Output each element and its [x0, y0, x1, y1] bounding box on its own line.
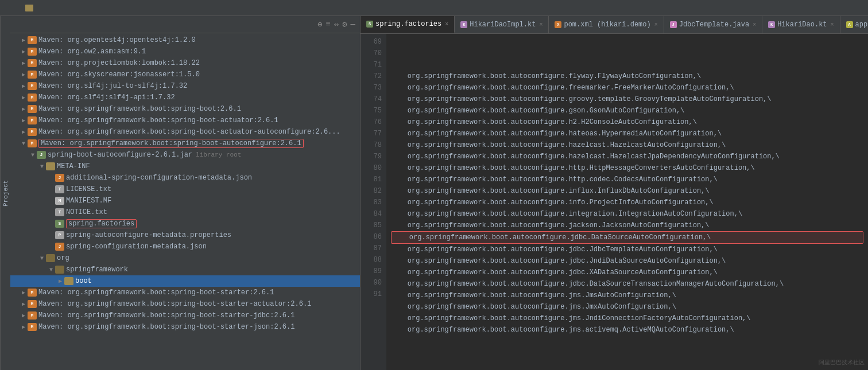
tree-arrow-maven-slf4j-to-slf4j[interactable]: ▶	[20, 83, 28, 89]
tree-item-maven-spring-boot-starter[interactable]: ▶MMaven: org.springframework.boot:spring…	[10, 287, 360, 298]
tree-arrow-maven-spring-boot-starter[interactable]: ▶	[20, 289, 28, 296]
tree-arrow-maven-ow2asm[interactable]: ▶	[20, 48, 28, 55]
tree-item-spring-factories[interactable]: Sspring.factories	[10, 218, 360, 229]
tree-label-spring-auto-meta: spring-autoconfigure-metadata.properties	[66, 231, 231, 239]
tree-item-maven-opentest4j[interactable]: ▶MMaven: org.opentest4j:opentest4j:1.2.0	[10, 34, 360, 46]
tree-item-notice[interactable]: TNOTICE.txt	[10, 207, 360, 218]
tree-arrow-maven-spring-boot-autoconfigure[interactable]: ▼	[20, 141, 28, 147]
code-content[interactable]: org.springframework.boot.autoconfigure.f…	[386, 34, 868, 370]
code-line-88: org.springframework.boot.autoconfigure.j…	[391, 290, 863, 301]
tab-close-pom-xml[interactable]: ×	[654, 22, 658, 28]
tree-icon-maven-spring-boot-starter-json: M	[28, 323, 37, 331]
tree-item-maven-ow2asm[interactable]: ▶MMaven: org.ow2.asm:asm:9.1	[10, 46, 360, 57]
tab-jdbc-template[interactable]: JJdbcTemplate.java×	[664, 16, 762, 33]
tree-item-maven-spring-boot-starter-jdbc[interactable]: ▶MMaven: org.springframework.boot:spring…	[10, 310, 360, 321]
code-line-73: org.springframework.boot.autoconfigure.h…	[391, 116, 863, 128]
tree-item-maven-slf4j-api[interactable]: ▶MMaven: org.slf4j:slf4j-api:1.7.32	[10, 92, 360, 103]
tree-item-spring-config-meta[interactable]: Jspring-configuration-metadata.json	[10, 241, 360, 252]
code-line-77: org.springframework.boot.autoconfigure.h…	[391, 162, 863, 174]
tree-icon-maven-opentest4j: M	[28, 36, 37, 44]
tree-arrow-maven-lombok[interactable]: ▶	[20, 60, 28, 67]
tree-arrow-maven-spring-boot-starter-actuator[interactable]: ▶	[20, 301, 28, 307]
tree-label-manifest: MANIFEST.MF	[66, 197, 111, 205]
editor-panel: Sspring.factories×KHikariDaoImpl.kt×Xpom…	[361, 16, 868, 370]
tab-application-prop[interactable]: Aapplication.pro...×	[840, 16, 868, 33]
tree-icon-maven-spring-boot-actuator-auto: M	[28, 128, 37, 136]
tree-label-spring-config-meta: spring-configuration-metadata.json	[66, 243, 207, 251]
line-number-85: 85	[361, 220, 382, 231]
tree-item-license[interactable]: TLICENSE.txt	[10, 184, 360, 195]
tree-icon-maven-spring-boot: M	[28, 105, 37, 113]
tab-label-jdbc-template: JdbcTemplate.java	[679, 21, 749, 29]
tree-arrow-springframework-folder[interactable]: ▼	[47, 267, 55, 273]
tree-item-maven-slf4j-to-slf4j[interactable]: ▶MMaven: org.slf4j:jul-to-slf4j:1.7.32	[10, 80, 360, 92]
tab-icon-spring-factories: S	[366, 21, 373, 28]
tab-hikari-dao-impl[interactable]: KHikariDaoImpl.kt×	[455, 16, 549, 33]
code-editor: 6970717273747576777879808182838485868788…	[361, 34, 868, 370]
tree-arrow-org-folder[interactable]: ▼	[38, 255, 46, 262]
svg-rect-4	[55, 267, 64, 272]
tree-arrow-jar-root[interactable]: ▼	[29, 152, 37, 158]
tab-close-hikari-dao-impl[interactable]: ×	[539, 22, 542, 28]
line-number-77: 77	[361, 128, 382, 139]
tree-label-jar-root: spring-boot-autoconfigure-2.6.1.jar	[48, 151, 192, 159]
code-line-86: org.springframework.boot.autoconfigure.j…	[391, 267, 863, 278]
expand-icon[interactable]: ⇔	[334, 20, 339, 29]
tab-label-application-prop: application.pro...	[855, 21, 868, 29]
tree-icon-spring-config-meta: J	[55, 243, 64, 251]
tab-bar: Sspring.factories×KHikariDaoImpl.kt×Xpom…	[361, 16, 868, 34]
tree-arrow-maven-spring-boot[interactable]: ▶	[20, 106, 28, 112]
tree-icon-spring-factories: S	[55, 220, 64, 228]
tree-label-spring-factories: spring.factories	[66, 219, 137, 228]
tree-item-springframework-folder[interactable]: ▼springframework	[10, 264, 360, 275]
tree-item-maven-spring-boot[interactable]: ▶MMaven: org.springframework.boot:spring…	[10, 103, 360, 115]
tree-arrow-maven-spring-boot-actuator-auto[interactable]: ▶	[20, 128, 28, 135]
tree-arrow-maven-spring-boot-starter-jdbc[interactable]: ▶	[20, 312, 28, 319]
tree-label-additional-config: additional-spring-configuration-metadata…	[66, 174, 252, 182]
tree-arrow-maven-opentest4j[interactable]: ▶	[20, 37, 28, 44]
tree-item-spring-auto-meta[interactable]: Pspring-autoconfigure-metadata.propertie…	[10, 229, 360, 241]
line-number-81: 81	[361, 174, 382, 185]
tab-icon-jdbc-template: J	[670, 21, 677, 28]
code-line-72: org.springframework.boot.autoconfigure.g…	[391, 105, 863, 116]
tab-spring-factories[interactable]: Sspring.factories×	[361, 16, 455, 33]
tree-item-maven-spring-boot-autoconfigure[interactable]: ▼MMaven: org.springframework.boot:spring…	[10, 138, 360, 149]
tree-item-maven-jsonassert[interactable]: ▶MMaven: org.skyscreamer:jsonassert:1.5.…	[10, 69, 360, 80]
line-number-86: 86	[361, 231, 382, 243]
tree-item-maven-spring-boot-actuator[interactable]: ▶MMaven: org.springframework.boot:spring…	[10, 115, 360, 126]
tree-arrow-maven-jsonassert[interactable]: ▶	[20, 71, 28, 78]
tree-icon-boot-folder	[64, 277, 73, 285]
tree-label-maven-ow2asm: Maven: org.ow2.asm:asm:9.1	[38, 48, 146, 56]
tab-pom-xml[interactable]: Xpom.xml (hikari.demo)×	[549, 16, 664, 33]
tab-label-pom-xml: pom.xml (hikari.demo)	[564, 21, 650, 29]
tab-close-jdbc-template[interactable]: ×	[753, 22, 756, 28]
locate-icon[interactable]: ⊕	[317, 20, 322, 29]
tree-arrow-maven-spring-boot-starter-json[interactable]: ▶	[20, 324, 28, 330]
settings-icon[interactable]: ⚙	[342, 20, 347, 29]
tree-item-boot-folder[interactable]: ▶boot	[10, 275, 360, 287]
tree-item-maven-lombok[interactable]: ▶MMaven: org.projectlombok:lombok:1.18.2…	[10, 57, 360, 69]
tree-item-maven-spring-boot-starter-actuator[interactable]: ▶MMaven: org.springframework.boot:spring…	[10, 298, 360, 310]
code-line-71: org.springframework.boot.autoconfigure.g…	[391, 94, 863, 105]
tree-item-org-folder[interactable]: ▼org	[10, 252, 360, 264]
tab-hikari-dao[interactable]: KHikariDao.kt×	[762, 16, 840, 33]
tree-item-jar-root[interactable]: ▼Jspring-boot-autoconfigure-2.6.1.jar li…	[10, 149, 360, 161]
tab-close-spring-factories[interactable]: ×	[445, 21, 448, 28]
tab-icon-application-prop: A	[846, 21, 853, 28]
sidebar-label: Project	[0, 16, 10, 370]
tree-item-maven-spring-boot-actuator-auto[interactable]: ▶MMaven: org.springframework.boot:spring…	[10, 126, 360, 138]
tree-arrow-maven-slf4j-api[interactable]: ▶	[20, 94, 28, 101]
align-icon[interactable]: ≡	[326, 20, 330, 29]
tree-arrow-boot-folder[interactable]: ▶	[56, 278, 64, 285]
tree-item-meta-inf[interactable]: ▼META-INF	[10, 161, 360, 172]
tree-label-maven-jsonassert: Maven: org.skyscreamer:jsonassert:1.5.0	[38, 71, 200, 79]
tree-item-additional-config[interactable]: Jadditional-spring-configuration-metadat…	[10, 172, 360, 184]
tree-arrow-maven-spring-boot-actuator[interactable]: ▶	[20, 117, 28, 124]
tree-arrow-meta-inf[interactable]: ▼	[38, 163, 46, 170]
minimize-icon[interactable]: —	[351, 20, 355, 29]
tree-item-maven-spring-boot-starter-json[interactable]: ▶MMaven: org.springframework.boot:spring…	[10, 321, 360, 333]
tab-close-hikari-dao[interactable]: ×	[831, 22, 834, 28]
code-line-91: org.springframework.boot.autoconfigure.j…	[391, 324, 863, 336]
tree-item-manifest[interactable]: MMANIFEST.MF	[10, 195, 360, 207]
line-number-88: 88	[361, 254, 382, 266]
